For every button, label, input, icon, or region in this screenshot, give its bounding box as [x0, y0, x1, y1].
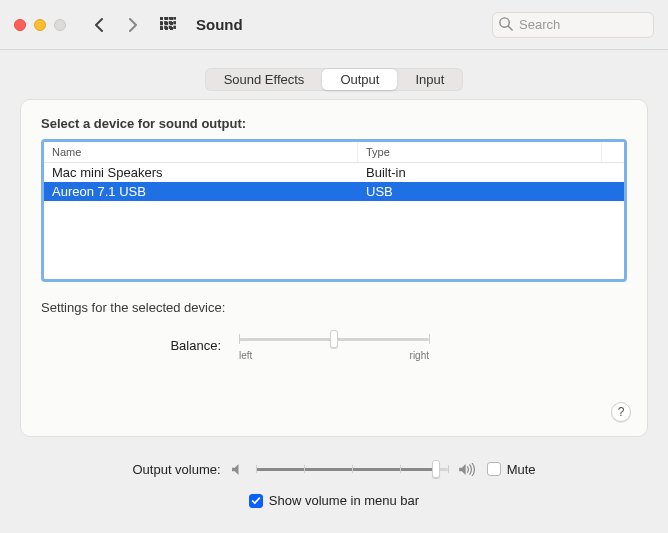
svg-rect-15: [160, 21, 163, 24]
svg-rect-18: [173, 21, 176, 24]
search-icon: [498, 16, 513, 34]
tab-sound-effects[interactable]: Sound Effects: [206, 69, 323, 90]
tab-input[interactable]: Input: [397, 69, 462, 90]
svg-rect-19: [160, 25, 163, 28]
table-header: Name Type: [44, 142, 624, 163]
svg-rect-20: [164, 25, 167, 28]
table-body: Mac mini SpeakersBuilt-inAureon 7.1 USBU…: [44, 163, 624, 201]
balance-left-label: left: [239, 350, 252, 361]
grid-icon: [160, 17, 176, 33]
device-type: USB: [358, 182, 624, 201]
check-icon: [251, 496, 261, 506]
balance-right-label: right: [410, 350, 429, 361]
speaker-high-icon: [458, 463, 477, 476]
minimize-window-button[interactable]: [34, 19, 46, 31]
column-name[interactable]: Name: [44, 142, 358, 162]
forward-button: [120, 11, 144, 39]
svg-rect-13: [169, 17, 172, 20]
balance-label: Balance:: [71, 338, 221, 353]
page-title: Sound: [196, 16, 243, 33]
back-button[interactable]: [88, 11, 112, 39]
table-row[interactable]: Mac mini SpeakersBuilt-in: [44, 163, 624, 182]
select-device-label: Select a device for sound output:: [41, 116, 627, 131]
svg-rect-17: [169, 21, 172, 24]
output-volume-label: Output volume:: [132, 462, 220, 477]
svg-rect-14: [173, 17, 176, 20]
help-icon: ?: [618, 405, 625, 419]
svg-line-24: [508, 26, 512, 30]
title-bar: Sound: [0, 0, 668, 50]
speaker-low-icon: [231, 463, 246, 476]
svg-rect-12: [164, 17, 167, 20]
device-name: Mac mini Speakers: [44, 163, 358, 182]
show-volume-menubar-label: Show volume in menu bar: [269, 493, 419, 508]
svg-rect-11: [160, 17, 163, 20]
window-controls: [14, 19, 66, 31]
search-input[interactable]: [492, 12, 654, 38]
zoom-window-button: [54, 19, 66, 31]
device-table[interactable]: Name Type Mac mini SpeakersBuilt-inAureo…: [41, 139, 627, 282]
column-type[interactable]: Type: [358, 142, 602, 162]
show-volume-menubar-checkbox[interactable]: [249, 494, 263, 508]
chevron-left-icon: [94, 18, 106, 32]
chevron-right-icon: [126, 18, 138, 32]
help-button[interactable]: ?: [611, 402, 631, 422]
table-row[interactable]: Aureon 7.1 USBUSB: [44, 182, 624, 201]
close-window-button[interactable]: [14, 19, 26, 31]
device-name: Aureon 7.1 USB: [44, 182, 358, 201]
output-volume-slider[interactable]: [256, 459, 448, 479]
search-field[interactable]: [492, 12, 654, 38]
svg-rect-22: [173, 25, 176, 28]
output-panel: Select a device for sound output: Name T…: [20, 99, 648, 437]
device-type: Built-in: [358, 163, 624, 182]
mute-checkbox[interactable]: [487, 462, 501, 476]
mute-label: Mute: [507, 462, 536, 477]
settings-for-device-label: Settings for the selected device:: [41, 300, 627, 315]
balance-slider[interactable]: [239, 329, 429, 349]
svg-rect-21: [169, 25, 172, 28]
show-all-button[interactable]: [154, 11, 182, 39]
footer: Output volume: Mute Show volume in m: [0, 447, 668, 508]
svg-rect-16: [164, 21, 167, 24]
tab-group: Sound EffectsOutputInput: [205, 68, 464, 91]
tab-output[interactable]: Output: [322, 69, 397, 90]
